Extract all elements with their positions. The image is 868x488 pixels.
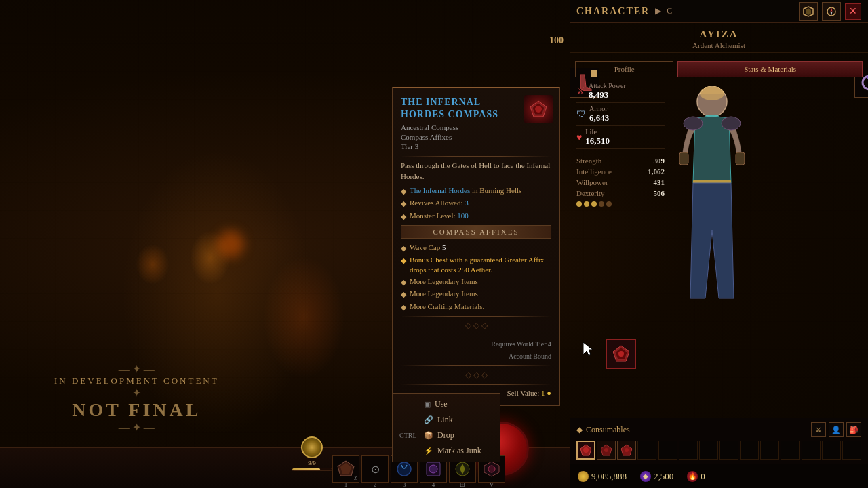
hotbar-num-5: ⊞	[449, 481, 476, 488]
gem-dot-5	[606, 201, 612, 207]
resource-fraction: 9/9	[308, 460, 316, 466]
gold-amount: 9,085,888	[591, 471, 627, 482]
char-breadcrumb: ▶	[655, 6, 661, 16]
dexterity-value: 506	[654, 189, 665, 197]
affix-leg2: ◆ More Legendary Items	[401, 289, 551, 299]
affix-wave-text: Wave Cap 5	[410, 243, 446, 252]
svg-marker-7	[831, 12, 833, 16]
char-class-icon-btn[interactable]	[799, 2, 818, 21]
hotbar-num-1: 1	[332, 481, 359, 488]
connector-top: ◇ ◇ ◇	[401, 321, 551, 331]
hotbar-num-4: 4	[420, 481, 447, 488]
divider-1	[401, 156, 551, 157]
bullet-monster-text: Monster Level: 100	[410, 211, 469, 220]
svg-point-2	[535, 106, 542, 113]
gem-dot-3	[591, 201, 597, 207]
context-link[interactable]: 🔗 Link	[393, 412, 500, 428]
account-bound: Account Bound	[401, 352, 551, 361]
drop-key-label: CTRL	[399, 432, 420, 439]
attack-power-labels: Attack Power 8,493	[589, 82, 665, 100]
drop-icon: 🔥	[687, 471, 698, 482]
gem-dot-2	[584, 201, 589, 207]
context-junk[interactable]: ⚡ Mark as Junk	[393, 443, 500, 459]
bullet-dot-5: ◆	[401, 256, 406, 265]
willpower-label: Willpower	[576, 178, 608, 186]
resource-orb	[301, 436, 323, 458]
gold-coin-icon	[578, 471, 589, 482]
attack-power-label: Attack Power	[589, 82, 665, 89]
context-drop[interactable]: CTRL 📦 Drop	[393, 428, 500, 443]
bullet-dot-1: ◆	[401, 186, 406, 196]
character-panel: CHARACTER ▶ C ✕ AYIZA Ardent A	[570, 0, 868, 461]
strength-value: 309	[654, 157, 665, 165]
affix-leg1: ◆ More Legendary Items	[401, 277, 551, 287]
intelligence-label: Intelligence	[576, 167, 612, 176]
gem-currency: ◆ 2,500	[640, 471, 673, 482]
svg-marker-6	[831, 7, 833, 12]
level-indicator: 100	[549, 35, 564, 46]
char-name: AYIZA	[576, 28, 861, 40]
tab-profile[interactable]: Profile	[575, 61, 673, 77]
divider-2	[401, 316, 551, 317]
char-title: CHARACTER	[576, 6, 650, 17]
item-panel: THE INFERNAL HORDES COMPASS Ancestral Co…	[392, 87, 560, 406]
divider-3	[401, 335, 551, 336]
dexterity-label: Dexterity	[576, 189, 605, 197]
bullet-dot-2: ◆	[401, 199, 406, 208]
close-button[interactable]: ✕	[845, 3, 861, 20]
link-icon: 🔗	[424, 415, 433, 424]
junk-label: Mark as Junk	[437, 446, 481, 456]
affix-chest-text: Bonus Chest with a guaranteed Greater Af…	[410, 255, 551, 274]
item-description: Pass through the Gates of Hell to face t…	[401, 161, 551, 182]
world-tier: Requires World Tier 4	[401, 340, 551, 349]
context-use[interactable]: ▣ Use	[393, 396, 500, 412]
compass-icon-btn[interactable]	[822, 2, 841, 21]
armor-icon: 🛡	[576, 109, 586, 120]
armor-label: Armor	[589, 105, 665, 113]
bullet-revives-text: Revives Allowed: 3	[410, 198, 469, 207]
gold-coin-icon: ●	[547, 389, 551, 397]
skill-r-icon	[482, 460, 501, 479]
char-header-left: CHARACTER ▶ C	[576, 6, 672, 17]
armor-value: 6,643	[589, 113, 665, 123]
char-breadcrumb-letter: C	[667, 6, 672, 16]
skill-rmb-icon	[395, 460, 414, 479]
xp-bar	[292, 468, 332, 471]
svg-point-51	[397, 462, 411, 476]
bullet-dot-6: ◆	[401, 277, 406, 287]
attr-dexterity: Dexterity 506	[576, 188, 665, 199]
skill-1-icon	[336, 460, 355, 479]
drop-currency: 🔥 0	[687, 471, 705, 482]
skill-slot-1[interactable]: Z	[332, 455, 359, 483]
gold-currency: 9,085,888	[578, 471, 627, 482]
skill-1-num: Z	[354, 475, 357, 481]
xp-fill	[292, 468, 320, 470]
affix-leg1-text: More Legendary Items	[410, 277, 478, 286]
tab-stats-materials[interactable]: Stats & Materials	[677, 61, 863, 77]
dev-notice-line2: NOT FINAL	[54, 399, 219, 421]
bullet-hordes: ◆ The Infernal Hordes in Burning Hells	[401, 186, 551, 196]
bullet-dot-8: ◆	[401, 302, 406, 312]
svg-point-57	[488, 466, 495, 472]
life-label: Life	[585, 128, 665, 136]
stat-armor: 🛡 Armor 6,643	[576, 103, 665, 126]
intelligence-value: 1,062	[648, 167, 665, 176]
hotbar-numbers: 1 2 3 4 ⊞ V	[332, 481, 505, 488]
drop-amount: 0	[701, 471, 705, 482]
skill-e-icon	[424, 460, 443, 479]
ornament-mid: — ✦ —	[54, 386, 219, 399]
gem-dots	[576, 201, 665, 207]
gem-dot-1	[576, 201, 582, 207]
attr-strength: Strength 309	[576, 155, 665, 166]
dev-notice: — ✦ — IN DEVELOPMENT CONTENT — ✦ — NOT F…	[54, 363, 219, 434]
char-panel-header: CHARACTER ▶ C ✕	[570, 0, 868, 23]
affix-craft: ◆ More Crafting Materials.	[401, 302, 551, 312]
hotbar-num-3: 3	[391, 481, 418, 488]
hotbar-num-2: 2	[361, 481, 389, 488]
char-class: Ardent Alchemist	[576, 41, 861, 49]
stat-life: ♥ Life 16,510	[576, 126, 665, 149]
affix-craft-text: More Crafting Materials.	[410, 302, 484, 311]
skill-slot-lmb[interactable]: ⊙	[361, 455, 389, 483]
stat-divider	[576, 152, 665, 152]
ornament-top: — ✦ —	[54, 363, 219, 375]
